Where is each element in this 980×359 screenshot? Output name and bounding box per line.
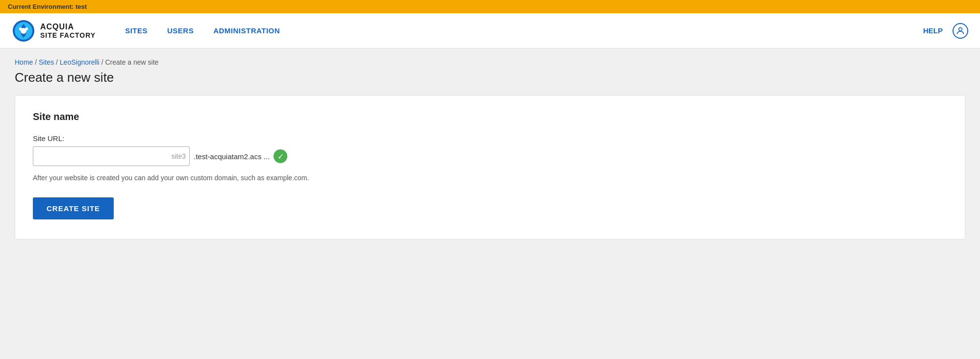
breadcrumb-current: Create a new site <box>105 58 158 66</box>
section-title: Site name <box>33 111 947 122</box>
url-input-wrapper: site3 <box>33 146 190 166</box>
environment-bar: Current Environment: test <box>0 0 980 13</box>
user-icon[interactable] <box>953 23 968 39</box>
logo-text: ACQUIA SITE FACTORY <box>40 23 96 39</box>
nav-right: HELP <box>923 23 968 39</box>
create-site-card: Site name Site URL: site3 .test-acquiata… <box>15 95 965 239</box>
site-url-label: Site URL: <box>33 134 947 143</box>
header: ACQUIA SITE FACTORY SITES USERS ADMINIST… <box>0 13 980 48</box>
breadcrumb-sites[interactable]: Sites <box>39 58 54 66</box>
help-link[interactable]: HELP <box>923 26 943 35</box>
page-content: Home / Sites / LeoSignorelli / Create a … <box>0 48 980 249</box>
environment-bar-text: Current Environment: test <box>8 3 87 10</box>
logo-line1: ACQUIA <box>40 23 96 31</box>
helper-text: After your website is created you can ad… <box>33 174 947 182</box>
nav-administration[interactable]: ADMINISTRATION <box>213 26 280 35</box>
page-title: Create a new site <box>15 70 965 85</box>
breadcrumb-leosignorelli[interactable]: LeoSignorelli <box>60 58 100 66</box>
url-suffix: .test-acquiatam2.acs ... <box>194 152 270 161</box>
nav-sites[interactable]: SITES <box>125 26 148 35</box>
url-row: site3 .test-acquiatam2.acs ... ✓ <box>33 146 947 166</box>
logo-area: ACQUIA SITE FACTORY <box>12 19 96 43</box>
create-site-button[interactable]: CREATE SITE <box>33 197 114 219</box>
nav-users[interactable]: USERS <box>167 26 194 35</box>
site-url-input[interactable] <box>33 146 190 166</box>
validation-check-icon: ✓ <box>274 149 287 163</box>
logo-icon <box>12 19 35 43</box>
svg-point-3 <box>19 27 22 30</box>
svg-point-5 <box>959 27 962 31</box>
svg-point-4 <box>25 27 28 30</box>
breadcrumb: Home / Sites / LeoSignorelli / Create a … <box>15 58 965 66</box>
logo-line2: SITE FACTORY <box>40 31 96 39</box>
nav-links: SITES USERS ADMINISTRATION <box>125 26 923 35</box>
breadcrumb-home[interactable]: Home <box>15 58 33 66</box>
